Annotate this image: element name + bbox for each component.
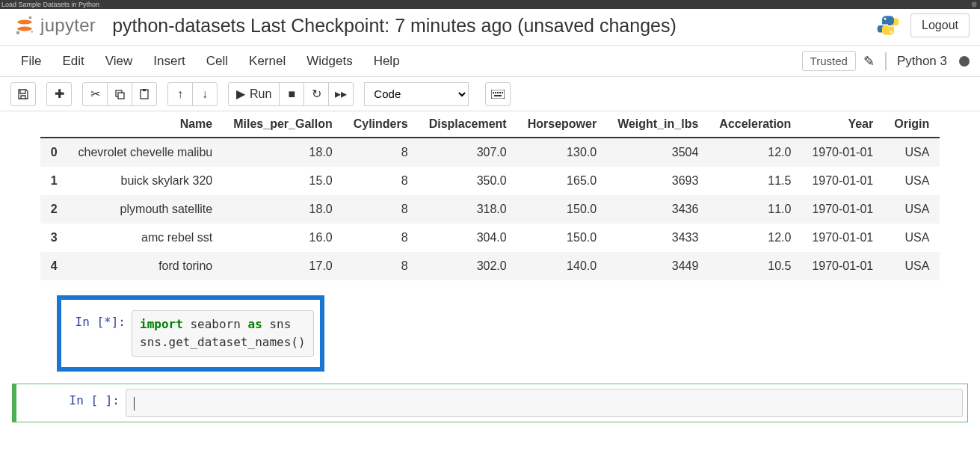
table-cell: 12.0 — [709, 138, 801, 167]
table-cell: 8 — [343, 167, 419, 195]
restart-button[interactable]: ↻ — [303, 82, 329, 106]
column-header: Miles_per_Gallon — [223, 111, 343, 138]
cell-prompt: In [*]: — [67, 310, 132, 357]
kernel-name[interactable]: Python 3 — [897, 54, 947, 69]
svg-rect-12 — [493, 92, 494, 93]
cell-input-area[interactable] — [126, 389, 963, 417]
table-cell: amc rebel sst — [68, 224, 224, 252]
column-header: Acceleration — [709, 111, 801, 138]
svg-point-0 — [17, 20, 32, 25]
table-cell: 1970-01-01 — [801, 252, 884, 280]
row-index: 2 — [40, 195, 68, 224]
python-logo-icon — [876, 13, 900, 37]
table-cell: buick skylark 320 — [68, 167, 224, 195]
tab-close-icon[interactable]: ⊗ — [971, 0, 977, 9]
table-cell: 302.0 — [419, 252, 517, 280]
table-cell: 1970-01-01 — [801, 167, 884, 195]
table-cell: ford torino — [68, 252, 224, 280]
menu-cell[interactable]: Cell — [196, 48, 238, 75]
kernel-busy-icon — [959, 56, 970, 67]
cell-prompt: In [ ]: — [21, 389, 126, 417]
column-header: Displacement — [419, 111, 517, 138]
table-row: 1buick skylark 32015.08350.0165.0369311.… — [40, 167, 940, 195]
menu-file[interactable]: File — [10, 48, 52, 75]
code-cell-executing[interactable]: In [*]: import seaborn as sns sns.get_da… — [67, 310, 314, 357]
celltype-select[interactable]: Code — [364, 82, 469, 106]
table-cell: 3504 — [607, 138, 709, 167]
paste-button[interactable] — [132, 82, 157, 106]
table-cell: USA — [884, 138, 940, 167]
run-button[interactable]: ▶ Run — [228, 82, 280, 106]
move-up-button[interactable]: ↑ — [167, 82, 193, 106]
table-cell: 1970-01-01 — [801, 195, 884, 224]
cut-button[interactable]: ✂ — [82, 82, 108, 106]
code-cell-selected[interactable]: In [ ]: — [12, 384, 968, 422]
table-cell: 18.0 — [223, 138, 343, 167]
table-cell: 150.0 — [517, 224, 607, 252]
row-index: 4 — [40, 252, 68, 280]
svg-point-3 — [16, 31, 20, 35]
table-cell: 12.0 — [709, 224, 801, 252]
table-cell: 318.0 — [419, 195, 517, 224]
table-cell: 10.5 — [709, 252, 801, 280]
menu-widgets[interactable]: Widgets — [296, 48, 363, 75]
kernel-separator — [885, 52, 887, 70]
copy-button[interactable] — [107, 82, 132, 106]
svg-rect-8 — [118, 93, 124, 99]
table-cell: USA — [884, 224, 940, 252]
trusted-indicator[interactable]: Trusted — [802, 51, 856, 71]
table-cell: 18.0 — [223, 195, 343, 224]
svg-point-1 — [17, 27, 32, 31]
table-cell: USA — [884, 252, 940, 280]
column-header: Weight_in_lbs — [607, 111, 709, 138]
svg-rect-14 — [497, 92, 499, 93]
jupyter-logo[interactable]: jupyter — [13, 14, 96, 37]
column-header — [40, 111, 68, 138]
add-cell-button[interactable]: ✚ — [46, 82, 72, 106]
svg-rect-15 — [499, 92, 501, 93]
jupyter-logo-text: jupyter — [40, 15, 96, 36]
table-cell: 3693 — [607, 167, 709, 195]
menu-kernel[interactable]: Kernel — [238, 48, 296, 75]
table-cell: 16.0 — [223, 224, 343, 252]
notebook-title[interactable]: python-datasets Last Checkpoint: 7 minut… — [112, 15, 876, 37]
table-cell: 150.0 — [517, 195, 607, 224]
svg-point-4 — [31, 31, 33, 33]
table-cell: 140.0 — [517, 252, 607, 280]
table-cell: chevrolet chevelle malibu — [68, 138, 224, 167]
column-header: Cylinders — [343, 111, 419, 138]
table-cell: 130.0 — [517, 138, 607, 167]
run-button-label: Run — [250, 87, 271, 101]
table-cell: USA — [884, 195, 940, 224]
browser-tab-title: Load Sample Datasets in Python — [1, 1, 99, 8]
svg-rect-17 — [494, 95, 502, 96]
table-cell: 8 — [343, 195, 419, 224]
save-button[interactable] — [10, 82, 36, 106]
column-header: Horsepower — [517, 111, 607, 138]
logout-button[interactable]: Logout — [910, 13, 970, 37]
table-cell: 8 — [343, 252, 419, 280]
table-cell: 1970-01-01 — [801, 138, 884, 167]
jupyter-logo-icon — [13, 14, 36, 37]
interrupt-button[interactable]: ■ — [279, 82, 304, 106]
svg-point-2 — [29, 16, 32, 19]
restart-run-all-button[interactable]: ▸▸ — [328, 82, 354, 106]
menu-edit[interactable]: Edit — [52, 48, 94, 75]
menu-view[interactable]: View — [95, 48, 144, 75]
notebook-header: jupyter python-datasets Last Checkpoint:… — [0, 9, 980, 46]
menu-help[interactable]: Help — [363, 48, 410, 75]
table-cell: 304.0 — [419, 224, 517, 252]
move-down-button[interactable]: ↓ — [192, 82, 218, 106]
dataframe-table: NameMiles_per_GallonCylindersDisplacemen… — [40, 111, 940, 280]
cell-input-area[interactable]: import seaborn as sns sns.get_dataset_na… — [132, 310, 314, 357]
table-row: 4ford torino17.08302.0140.0344910.51970-… — [40, 252, 940, 280]
svg-rect-13 — [495, 92, 496, 93]
command-palette-button[interactable] — [485, 82, 511, 106]
notebook-area[interactable]: NameMiles_per_GallonCylindersDisplacemen… — [0, 111, 980, 472]
pencil-icon[interactable]: ✎ — [863, 53, 875, 70]
column-header: Origin — [884, 111, 940, 138]
menu-insert[interactable]: Insert — [143, 48, 196, 75]
table-row: 3amc rebel sst16.08304.0150.0343312.0197… — [40, 224, 940, 252]
table-cell: USA — [884, 167, 940, 195]
table-cell: plymouth satellite — [68, 195, 224, 224]
